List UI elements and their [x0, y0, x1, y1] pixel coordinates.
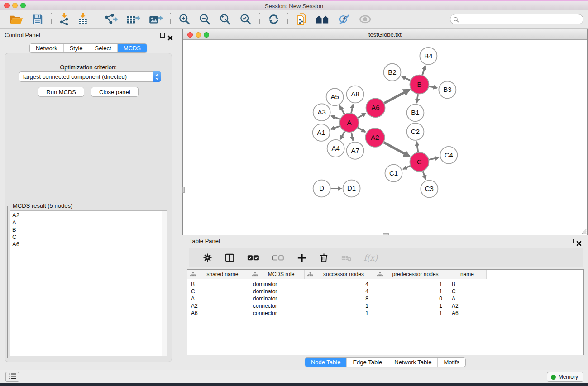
export-network-button[interactable] [104, 13, 118, 26]
column-header-MCDS-role[interactable]: MCDS role [249, 270, 305, 279]
node-C1[interactable]: C1 [385, 165, 402, 182]
function-builder-button[interactable]: f(x) [363, 251, 378, 264]
edge-A6-B[interactable] [384, 90, 410, 103]
edge-A2-C[interactable] [384, 143, 410, 157]
edge-B-B3[interactable] [429, 86, 437, 88]
node-B2[interactable]: B2 [384, 64, 401, 81]
result-item[interactable]: B [10, 226, 162, 234]
tab-network[interactable]: Network [30, 44, 63, 52]
edge-A-A1[interactable] [331, 126, 340, 129]
zoom-in-button[interactable] [178, 13, 191, 26]
table-tab-network-table[interactable]: Network Table [388, 358, 437, 367]
zoom-selected-button[interactable] [239, 13, 252, 26]
split-handle-left[interactable] [182, 187, 185, 193]
memory-button[interactable]: Memory [547, 372, 583, 382]
close-panel-icon[interactable] [167, 33, 173, 38]
maximize-network-window-button[interactable] [204, 32, 209, 38]
edge-C-C1[interactable] [403, 166, 411, 169]
node-A7[interactable]: A7 [347, 142, 364, 159]
refresh-button[interactable] [268, 13, 280, 26]
node-A5[interactable]: A5 [326, 89, 344, 106]
search-input[interactable] [450, 14, 583, 24]
edge-A-A5[interactable] [340, 106, 344, 114]
close-table-panel-icon[interactable] [576, 238, 582, 244]
save-session-button[interactable] [31, 13, 43, 26]
table-row[interactable]: A6connector11A6 [187, 310, 583, 317]
node-A4[interactable]: A4 [327, 140, 344, 157]
delete-table-button[interactable] [341, 251, 352, 264]
table-row[interactable]: Bdominator41B [187, 281, 583, 288]
minimize-network-window-button[interactable] [196, 32, 201, 38]
table-row[interactable]: Adominator80A [187, 295, 583, 302]
table-row[interactable]: Cdominator41C [187, 288, 583, 295]
settings-gear-button[interactable] [202, 251, 213, 264]
deselect-all-button[interactable] [272, 251, 285, 264]
label-visibility-button[interactable]: f [338, 13, 350, 26]
zoom-fit-button[interactable] [219, 13, 231, 26]
network-canvas[interactable]: B4B2BB3A5A8A6A3AB1A1C2A4A7A2CC4C1C3DD1 [183, 40, 587, 235]
resize-grip-icon[interactable] [580, 228, 587, 234]
edge-B-B4[interactable] [422, 66, 425, 75]
edge-A-A2[interactable] [358, 128, 365, 132]
table-tab-node-table[interactable]: Node Table [305, 358, 347, 367]
import-network-button[interactable] [59, 13, 69, 26]
close-panel-button[interactable]: Close panel [91, 87, 139, 97]
tab-style[interactable]: Style [63, 44, 89, 52]
node-D1[interactable]: D1 [343, 180, 360, 197]
result-scrollbar[interactable] [162, 210, 167, 356]
maximize-window-button[interactable] [20, 3, 26, 8]
table-row[interactable]: A2connector11A2 [187, 302, 583, 310]
close-window-button[interactable] [4, 3, 10, 8]
float-panel-icon[interactable] [160, 33, 165, 38]
column-header-predecessor-nodes[interactable]: predecessor nodes [374, 270, 448, 279]
delete-row-button[interactable] [319, 251, 329, 264]
duplicate-network-button[interactable] [296, 13, 306, 26]
edge-A-A4[interactable] [340, 132, 344, 139]
open-file-button[interactable] [10, 13, 23, 26]
column-header-name[interactable]: name [448, 270, 487, 279]
result-item[interactable]: A6 [10, 241, 162, 248]
table-tab-motifs[interactable]: Motifs [437, 358, 465, 367]
network-graph[interactable]: B4B2BB3A5A8A6A3AB1A1C2A4A7A2CC4C1C3DD1 [183, 40, 587, 235]
select-all-button[interactable] [247, 251, 260, 264]
result-item[interactable]: C [10, 234, 162, 241]
edge-C-C4[interactable] [429, 157, 439, 160]
node-A8[interactable]: A8 [347, 86, 364, 103]
add-row-button[interactable] [296, 251, 307, 264]
edge-A-A7[interactable] [351, 133, 353, 141]
node-C4[interactable]: C4 [440, 147, 457, 164]
float-table-panel-icon[interactable] [569, 239, 574, 243]
edge-B-B1[interactable] [417, 94, 418, 102]
optimization-criterion-select[interactable]: largest connected component (directed) [19, 71, 161, 82]
edge-B-B2[interactable] [402, 76, 410, 81]
column-header-shared-name[interactable]: shared name [187, 270, 249, 279]
node-D[interactable]: D [313, 180, 330, 197]
minimize-window-button[interactable] [12, 3, 18, 8]
node-A[interactable]: A [340, 113, 359, 132]
edge-A-A3[interactable] [331, 116, 340, 119]
node-B1[interactable]: B1 [406, 104, 424, 121]
close-network-window-button[interactable] [187, 32, 193, 38]
edge-A-A6[interactable] [358, 114, 366, 118]
table-tab-edge-table[interactable]: Edge Table [346, 358, 388, 367]
node-B[interactable]: B [410, 75, 429, 94]
node-C[interactable]: C [410, 152, 429, 172]
node-C2[interactable]: C2 [406, 123, 424, 140]
home-button[interactable] [315, 13, 330, 26]
export-image-button[interactable] [148, 13, 163, 26]
node-B4[interactable]: B4 [420, 48, 437, 65]
edge-A-A8[interactable] [351, 105, 353, 113]
edge-C-C2[interactable] [417, 142, 418, 152]
node-C3[interactable]: C3 [421, 181, 438, 198]
node-A6[interactable]: A6 [366, 98, 385, 117]
node-B3[interactable]: B3 [439, 81, 456, 99]
column-layout-button[interactable] [225, 251, 235, 264]
run-mcds-button[interactable]: Run MCDS [38, 87, 84, 97]
export-table-button[interactable] [126, 13, 140, 26]
edge-C-C3[interactable] [423, 171, 425, 179]
result-item[interactable]: A [10, 219, 162, 226]
eye-button[interactable] [359, 13, 372, 26]
node-A3[interactable]: A3 [313, 104, 330, 121]
node-A2[interactable]: A2 [366, 128, 385, 147]
node-A1[interactable]: A1 [313, 124, 330, 141]
